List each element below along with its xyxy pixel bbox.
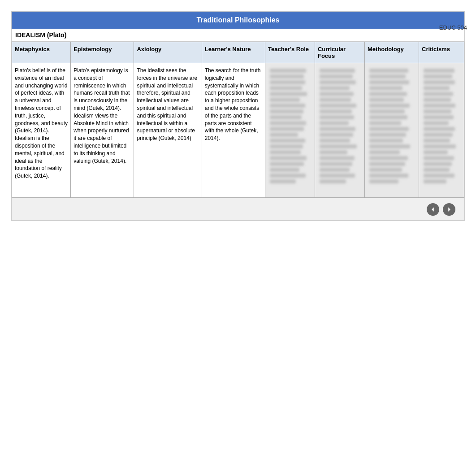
cell-teacher	[265, 63, 315, 198]
th-epistemology: Epistemology	[71, 42, 134, 63]
th-learner: Learner's Nature	[202, 42, 265, 63]
bottom-navigation	[12, 198, 464, 220]
cell-methodology	[364, 63, 419, 198]
cell-learner: The search for the truth logically and s…	[202, 63, 265, 198]
page-title: Traditional Philosophies	[12, 12, 464, 29]
table-wrapper: Metaphysics Epistemology Axiology Learne…	[12, 42, 464, 198]
cell-epistemology: Plato's epistemology is a concept of rem…	[71, 63, 134, 198]
table-row: Plato's belief is of the existence of an…	[12, 63, 464, 198]
cell-metaphysics: Plato's belief is of the existence of an…	[12, 63, 71, 198]
prev-button[interactable]	[427, 203, 439, 216]
main-container: Traditional Philosophies IDEALISM (Plato…	[11, 11, 465, 221]
th-curricular: Curricular Focus	[315, 42, 364, 63]
next-button[interactable]	[443, 203, 455, 216]
philosophies-table: Metaphysics Epistemology Axiology Learne…	[12, 42, 464, 198]
svg-marker-0	[432, 207, 434, 211]
blurred-curricular-text	[318, 67, 362, 185]
th-criticisms: Criticisms	[419, 42, 464, 63]
th-axiology: Axiology	[134, 42, 202, 63]
cell-curricular	[315, 63, 364, 198]
blurred-teacher-text	[268, 67, 312, 185]
cell-axiology: The idealist sees the forces in the univ…	[134, 63, 202, 198]
cell-criticisms	[419, 63, 464, 198]
blurred-methodology-text	[368, 67, 416, 185]
th-metaphysics: Metaphysics	[12, 42, 71, 63]
section-heading: IDEALISM (Plato)	[12, 29, 464, 42]
th-methodology: Methodology	[364, 42, 419, 63]
svg-marker-1	[448, 207, 450, 211]
blurred-criticisms-text	[422, 67, 461, 185]
course-code-label: EDUC 504	[439, 24, 467, 31]
table-header-row: Metaphysics Epistemology Axiology Learne…	[12, 42, 464, 63]
th-teacher: Teacher's Role	[265, 42, 315, 63]
